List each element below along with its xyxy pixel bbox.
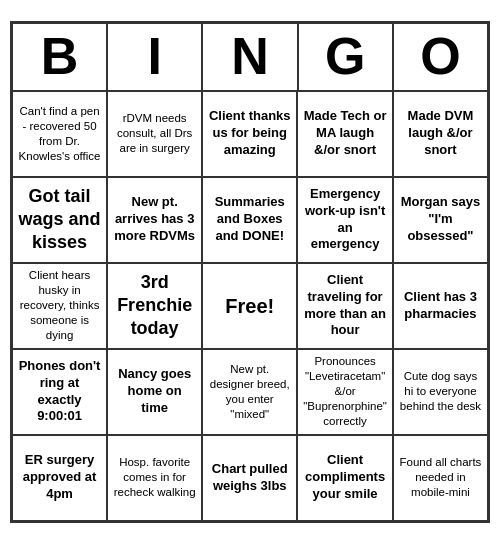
header-letter-n: N xyxy=(202,23,297,90)
bingo-cell-17: New pt. designer breed, you enter "mixed… xyxy=(202,349,297,435)
bingo-cell-13: Client traveling for more than an hour xyxy=(297,263,393,349)
bingo-cell-3: Made Tech or MA laugh &/or snort xyxy=(297,91,393,177)
bingo-cell-19: Cute dog says hi to everyone behind the … xyxy=(393,349,488,435)
bingo-cell-4: Made DVM laugh &/or snort xyxy=(393,91,488,177)
bingo-cell-1: rDVM needs consult, all Drs are in surge… xyxy=(107,91,202,177)
bingo-cell-8: Emergency work-up isn't an emergency xyxy=(297,177,393,263)
header-letter-b: B xyxy=(12,23,107,90)
bingo-card: BINGO Can't find a pen - recovered 50 fr… xyxy=(10,21,490,522)
bingo-cell-12: Free! xyxy=(202,263,297,349)
header-letter-i: I xyxy=(107,23,202,90)
bingo-cell-6: New pt. arrives has 3 more RDVMs xyxy=(107,177,202,263)
bingo-cell-21: Hosp. favorite comes in for recheck walk… xyxy=(107,435,202,521)
bingo-cell-2: Client thanks us for being amazing xyxy=(202,91,297,177)
bingo-header: BINGO xyxy=(12,23,488,90)
bingo-cell-24: Found all charts needed in mobile-mini xyxy=(393,435,488,521)
bingo-grid: Can't find a pen - recovered 50 from Dr.… xyxy=(12,91,488,521)
bingo-cell-14: Client has 3 pharmacies xyxy=(393,263,488,349)
bingo-cell-15: Phones don't ring at exactly 9:00:01 xyxy=(12,349,107,435)
bingo-cell-18: Pronounces "Levetiracetam" &/or "Bupreno… xyxy=(297,349,393,435)
bingo-cell-10: Client hears husky in recovery, thinks s… xyxy=(12,263,107,349)
header-letter-g: G xyxy=(298,23,393,90)
bingo-cell-9: Morgan says "I'm obsessed" xyxy=(393,177,488,263)
bingo-cell-0: Can't find a pen - recovered 50 from Dr.… xyxy=(12,91,107,177)
bingo-cell-16: Nancy goes home on time xyxy=(107,349,202,435)
header-letter-o: O xyxy=(393,23,488,90)
bingo-cell-23: Client compliments your smile xyxy=(297,435,393,521)
bingo-cell-5: Got tail wags and kisses xyxy=(12,177,107,263)
bingo-cell-20: ER surgery approved at 4pm xyxy=(12,435,107,521)
bingo-cell-22: Chart pulled weighs 3lbs xyxy=(202,435,297,521)
bingo-cell-7: Summaries and Boxes and DONE! xyxy=(202,177,297,263)
bingo-cell-11: 3rd Frenchie today xyxy=(107,263,202,349)
